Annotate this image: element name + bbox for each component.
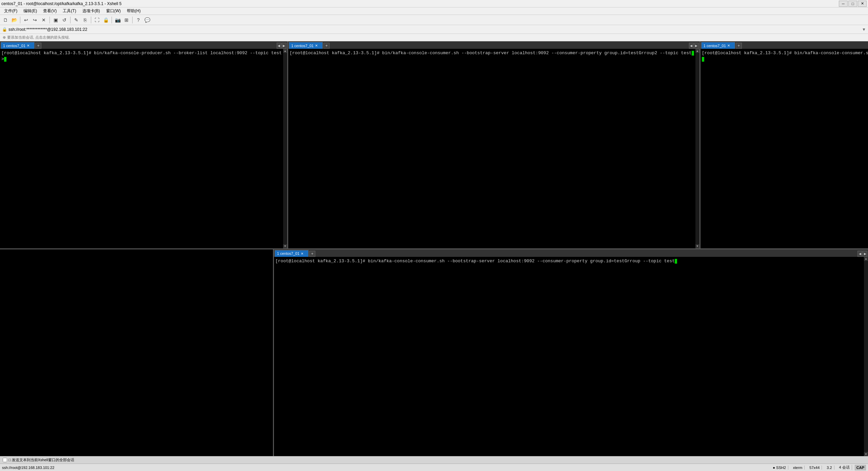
- panel-1-tab-label: 1 centos7_01: [3, 44, 25, 48]
- panel-4-terminal[interactable]: [root@localhost kafka_2.13-3.5.1]# bin/k…: [274, 257, 864, 456]
- disconnect-button[interactable]: ✕: [40, 16, 48, 24]
- panel-2-scroll-down[interactable]: ▼: [695, 244, 699, 248]
- panel-consumer1-top: 1 centos7_01 ✕ + ◀ ▶ [root@localhost kaf…: [701, 41, 868, 248]
- bottom-checkbox-bar: □ 发送文本到当前Xshell窗口的全部会话: [0, 456, 868, 464]
- panel-2-tab-add[interactable]: +: [323, 43, 330, 49]
- panel-1-scroll-right[interactable]: ▶: [282, 43, 287, 49]
- panel-2-scroll-left[interactable]: ◀: [689, 43, 694, 49]
- panel-2-terminal[interactable]: [root@localhost kafka_2.13-3.5.1]# bin/k…: [288, 49, 695, 248]
- minimize-button[interactable]: ─: [839, 1, 848, 7]
- panel-2-tab-scroll: ◀ ▶: [689, 43, 699, 49]
- status-dimensions: 57x44: [807, 466, 822, 470]
- menu-bar: 文件(F) 编辑(E) 查看(V) 工具(T) 选项卡(B) 窗口(W) 帮助(…: [0, 7, 868, 15]
- bottom-left-spacer: [0, 249, 274, 456]
- connect-button[interactable]: ↩: [22, 16, 30, 24]
- panel-2-scroll-right[interactable]: ▶: [694, 43, 699, 49]
- panel-4-scrollbar[interactable]: ▲ ▼: [864, 257, 868, 456]
- toolbar: 🗋 📂 ↩ ↪ ✕ ▣ ↺ ✎ ⎘ ⛶ 🔒 📷 ⊞ ? 💬: [0, 15, 868, 25]
- panel-1-tab-add[interactable]: +: [35, 43, 41, 49]
- new-button[interactable]: 🗋: [1, 16, 9, 24]
- fullscreen-button[interactable]: ⛶: [93, 16, 101, 24]
- panel-3-terminal[interactable]: [root@localhost kafka_2.13-3.5.1]# bin/k…: [701, 49, 868, 248]
- toolbar-separator-3: [70, 17, 71, 23]
- panel-1-scrollbar[interactable]: ▲ ▼: [283, 49, 287, 248]
- status-connection-text: ssh://root@192.168.183.101:22: [2, 466, 54, 470]
- toolbar-separator-2: [50, 17, 50, 23]
- panel-3-tab-close[interactable]: ✕: [727, 44, 730, 47]
- panel-1-tab-scroll: ◀ ▶: [277, 43, 287, 49]
- panel-2-tab-close[interactable]: ✕: [315, 44, 318, 47]
- panel-3-tab[interactable]: 1 centos7_01 ✕: [701, 42, 735, 49]
- top-panels-row: 1 centos7_01 ✕ + ◀ ▶ [root@localhost kaf…: [0, 41, 868, 249]
- address-value: ssh://root:*************@192.168.183.101…: [8, 27, 861, 32]
- chat-button[interactable]: 💬: [143, 16, 151, 24]
- panel-4-tab-bar: 1 centos7_01 ✕ + ◀ ▶: [274, 249, 868, 257]
- log-button[interactable]: 📷: [114, 16, 122, 24]
- refresh-button[interactable]: ↺: [60, 16, 68, 24]
- panel-2-cursor: [692, 51, 694, 56]
- panel-2-scrollbar[interactable]: ▲ ▼: [695, 49, 699, 248]
- cap-indicator: CAP: [855, 465, 866, 470]
- address-bar: 🔒 ssh://root:*************@192.168.183.1…: [0, 25, 868, 34]
- menu-view[interactable]: 查看(V): [40, 7, 59, 15]
- panel-1-scroll-up[interactable]: ▲: [283, 49, 287, 53]
- status-bar: ssh://root@192.168.183.101:22 ● SSH2 xte…: [0, 464, 868, 471]
- panel-2-scroll-up[interactable]: ▲: [695, 49, 699, 53]
- panel-1-cursor: [4, 57, 6, 62]
- lock-button[interactable]: 🔒: [102, 16, 110, 24]
- panel-4-tab-close[interactable]: ✕: [301, 252, 303, 255]
- bottom-panels-row: 1 centos7_01 ✕ + ◀ ▶ [root@localhost kaf…: [0, 249, 868, 456]
- reconnect-button[interactable]: ↪: [31, 16, 39, 24]
- menu-tabs[interactable]: 选项卡(B): [80, 7, 103, 15]
- menu-window[interactable]: 窗口(W): [103, 7, 123, 15]
- toolbar-separator-5: [112, 17, 112, 23]
- panel-1-terminal[interactable]: [root@localhost kafka_2.13-3.5.1]# bin/k…: [0, 49, 283, 248]
- panel-1-tab-close[interactable]: ✕: [27, 44, 29, 47]
- panel-2-tab[interactable]: 1 centos7_01 ✕: [289, 42, 323, 49]
- session-hint-icon: ⊕: [3, 35, 6, 40]
- panel-4-scroll-left[interactable]: ◀: [857, 251, 862, 257]
- panel-4-tab[interactable]: 1 centos7_01 ✕: [275, 250, 309, 257]
- panel-producer: 1 centos7_01 ✕ + ◀ ▶ [root@localhost kaf…: [0, 41, 288, 248]
- address-dropdown-icon[interactable]: ▼: [862, 27, 866, 32]
- main-area: 1 centos7_01 ✕ + ◀ ▶ [root@localhost kaf…: [0, 41, 868, 456]
- status-terminal-type: xterm: [791, 466, 805, 470]
- toolbar-separator-4: [91, 17, 91, 23]
- menu-help[interactable]: 帮助(H): [124, 7, 143, 15]
- send-all-sessions-checkbox-group: □ 发送文本到当前Xshell窗口的全部会话: [3, 457, 74, 463]
- window-title: centos7_01 - root@localhost:/opt/kafka/k…: [1, 1, 121, 6]
- panel-4-scroll-down[interactable]: ▼: [864, 452, 868, 456]
- panel-4-body: [root@localhost kafka_2.13-3.5.1]# bin/k…: [274, 257, 868, 456]
- panel-4-tab-add[interactable]: +: [309, 251, 315, 257]
- status-version: 3.2: [825, 466, 834, 470]
- open-button[interactable]: 📂: [10, 16, 18, 24]
- panel-1-scroll-left[interactable]: ◀: [277, 43, 281, 49]
- panel-4-scroll-up[interactable]: ▲: [864, 257, 868, 261]
- status-session-count: 4 会话: [837, 465, 852, 470]
- panel-4-tab-label: 1 centos7_01: [277, 251, 299, 255]
- close-button[interactable]: ✕: [858, 1, 867, 7]
- panel-1-tab[interactable]: 1 centos7_01 ✕: [1, 42, 35, 49]
- compose-button[interactable]: ✎: [72, 16, 80, 24]
- send-all-sessions-label: □ 发送文本到当前Xshell窗口的全部会话: [8, 457, 74, 463]
- panel-3-tab-label: 1 centos7_01: [704, 44, 726, 48]
- menu-edit[interactable]: 编辑(E): [21, 7, 40, 15]
- maximize-button[interactable]: □: [848, 1, 857, 7]
- copy-button[interactable]: ⎘: [81, 16, 89, 24]
- panel-3-tab-add[interactable]: +: [736, 43, 742, 49]
- menu-tools[interactable]: 工具(T): [60, 7, 79, 15]
- send-all-sessions-checkbox[interactable]: [3, 458, 7, 462]
- panel-2-tab-label: 1 centos7_01: [291, 44, 314, 48]
- panel-2-body: [root@localhost kafka_2.13-3.5.1]# bin/k…: [288, 49, 699, 248]
- panel-3-tab-bar: 1 centos7_01 ✕ + ◀ ▶: [701, 41, 868, 49]
- panel-4-scroll-right[interactable]: ▶: [863, 251, 867, 257]
- panel-1-scroll-down[interactable]: ▼: [283, 244, 287, 248]
- panel-1-tab-bar: 1 centos7_01 ✕ + ◀ ▶: [0, 41, 287, 49]
- split-button[interactable]: ⊞: [122, 16, 131, 24]
- session-hint-bar: ⊕ 要添加当前会话, 点击左侧的箭头按钮.: [0, 34, 868, 41]
- panel-3-body: [root@localhost kafka_2.13-3.5.1]# bin/k…: [701, 49, 868, 248]
- panel-3-cursor: [702, 57, 704, 62]
- menu-file[interactable]: 文件(F): [1, 7, 20, 15]
- help-button[interactable]: ?: [134, 16, 142, 24]
- terminal-settings-button[interactable]: ▣: [52, 16, 60, 24]
